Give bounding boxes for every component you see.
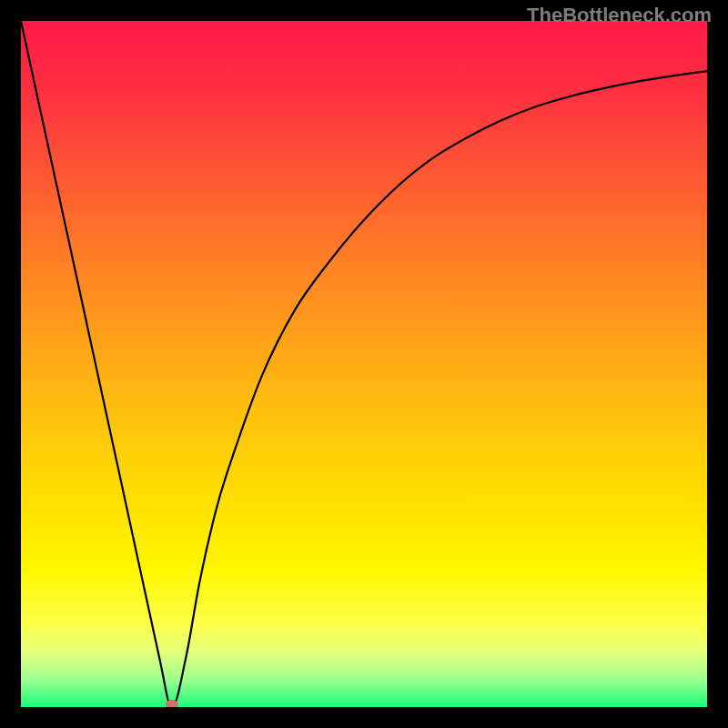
chart-frame <box>21 21 707 707</box>
gradient-background <box>21 21 707 707</box>
attribution-label: TheBottleneck.com <box>527 4 712 27</box>
bottleneck-chart <box>21 21 707 707</box>
